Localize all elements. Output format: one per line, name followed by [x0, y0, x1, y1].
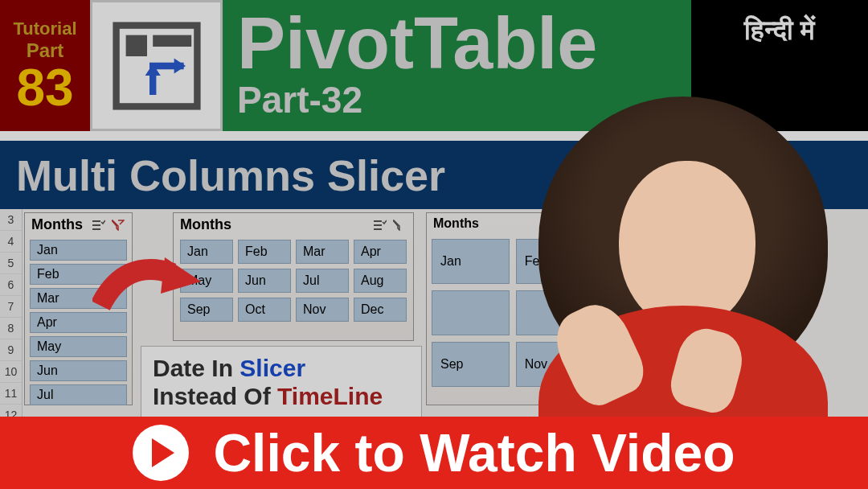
- callout-text: Instead Of: [153, 383, 277, 409]
- svg-rect-7: [374, 224, 382, 226]
- play-icon[interactable]: [133, 425, 189, 481]
- svg-rect-4: [92, 224, 100, 226]
- slicer-item[interactable]: Oct: [238, 298, 291, 322]
- tutorial-badge: Tutorial Part 83: [0, 0, 90, 131]
- cta-text: Click to Watch Video: [213, 422, 735, 483]
- svg-rect-3: [92, 220, 100, 222]
- svg-rect-2: [153, 35, 191, 46]
- slicer1-title: Months: [31, 216, 83, 233]
- multi-select-icon[interactable]: [373, 219, 387, 232]
- row-num: 11: [0, 383, 22, 405]
- callout-text: Date In: [153, 355, 240, 381]
- row-num: 7: [0, 296, 22, 318]
- slicer-item[interactable]: Feb: [238, 240, 291, 264]
- row-num: 8: [0, 318, 22, 339]
- tutorial-label-1: Tutorial: [13, 18, 76, 39]
- slicer-item[interactable]: Mar: [296, 240, 349, 264]
- multi-select-icon[interactable]: [92, 219, 106, 232]
- svg-rect-6: [374, 220, 382, 222]
- row-num: 9: [0, 339, 22, 361]
- callout-slicer: Slicer: [240, 355, 305, 381]
- slicer-item[interactable]: Dec: [354, 298, 407, 322]
- row-num: 3: [0, 209, 22, 231]
- blue-bar-text: Multi Columns Slicer: [16, 150, 445, 200]
- slicer-item[interactable]: Jun: [30, 360, 127, 381]
- slicer-multi-column[interactable]: Months Jan Feb Mar Apr May Jun Jul Aug S…: [173, 212, 414, 341]
- slicer-item[interactable]: May: [30, 336, 127, 357]
- slicer-item[interactable]: Jun: [238, 269, 291, 293]
- row-numbers: 3 4 5 6 7 8 9 10 11 12: [0, 209, 23, 426]
- slicer1-header: Months: [25, 213, 132, 236]
- slicer-item[interactable]: Aug: [354, 269, 407, 293]
- slicer3-title: Months: [433, 216, 479, 231]
- slicer-item[interactable]: Jul: [30, 384, 127, 405]
- person-photo: [514, 97, 852, 434]
- svg-rect-1: [125, 35, 146, 55]
- callout-timeline: TimeLine: [277, 383, 383, 409]
- slicer-item[interactable]: Apr: [354, 240, 407, 264]
- slicer-item[interactable]: Jan: [432, 239, 510, 284]
- arrow-icon: [92, 249, 205, 322]
- callout-box: Date In Slicer Instead Of TimeLine: [141, 346, 422, 419]
- slicer-item[interactable]: Nov: [296, 298, 349, 322]
- pivot-table-icon: [108, 18, 205, 114]
- row-num: 6: [0, 274, 22, 296]
- title-main: PivotTable: [237, 10, 691, 79]
- tutorial-number: 83: [16, 62, 73, 113]
- slicer2-grid: Jan Feb Mar Apr May Jun Jul Aug Sep Oct …: [174, 236, 413, 328]
- clear-filter-icon[interactable]: [111, 219, 125, 232]
- cta-bar[interactable]: Click to Watch Video: [0, 417, 868, 489]
- svg-rect-8: [374, 228, 382, 230]
- slicer2-title: Months: [180, 216, 231, 233]
- row-num: 4: [0, 231, 22, 253]
- clear-filter-icon[interactable]: [392, 219, 407, 232]
- slicer2-header: Months: [174, 213, 413, 236]
- slicer-item[interactable]: Sep: [432, 342, 510, 387]
- row-num: 5: [0, 253, 22, 274]
- slicer-item[interactable]: [432, 290, 510, 335]
- svg-rect-5: [92, 228, 100, 230]
- pivot-icon-box: [90, 0, 223, 131]
- slicer-item[interactable]: Jul: [296, 269, 349, 293]
- row-num: 10: [0, 361, 22, 383]
